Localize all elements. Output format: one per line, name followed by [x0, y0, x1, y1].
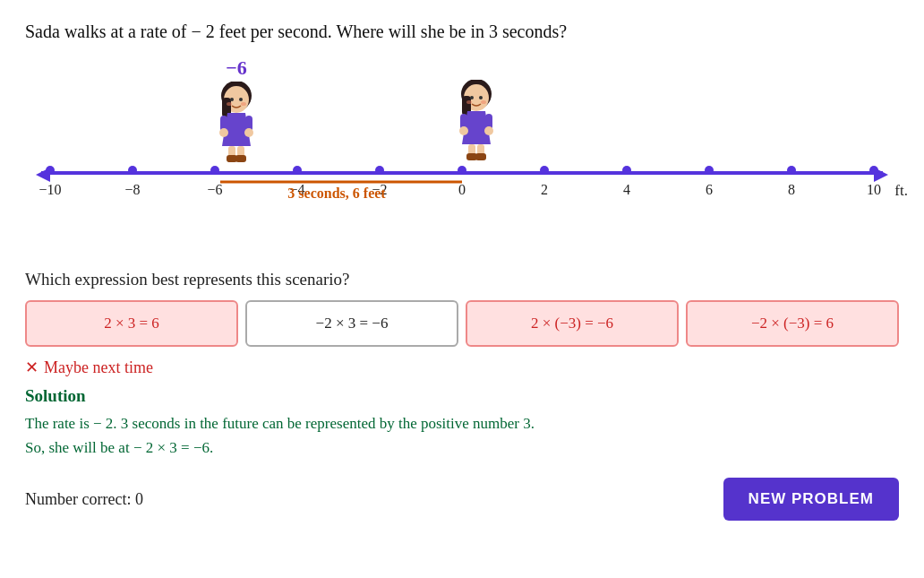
feedback-wrong: ✕ Maybe next time — [25, 358, 899, 377]
svg-point-15 — [241, 102, 246, 106]
svg-point-7 — [244, 128, 253, 137]
svg-point-13 — [239, 98, 243, 101]
svg-point-6 — [219, 128, 228, 137]
char-label-neg6: −6 — [226, 56, 247, 80]
unit-label: ft. — [894, 182, 908, 200]
choice-c[interactable]: 2 × (−3) = −6 — [466, 300, 679, 347]
footer: Number correct: 0 NEW PROBLEM — [25, 478, 899, 521]
question-text: Sada walks at a rate of − 2 feet per sec… — [25, 22, 899, 42]
choice-d[interactable]: −2 × (−3) = 6 — [686, 300, 899, 347]
svg-text:3 seconds, 6 feet: 3 seconds, 6 feet — [287, 185, 386, 201]
choice-b[interactable]: −2 × 3 = −6 — [245, 300, 458, 347]
solution-line2: So, she will be at − 2 × 3 = −6. — [25, 439, 213, 456]
choice-a[interactable]: 2 × 3 = 6 — [25, 300, 238, 347]
solution-text: The rate is − 2. 3 seconds in the future… — [25, 411, 899, 460]
number-correct-label: Number correct: 0 — [25, 490, 143, 509]
svg-point-29 — [479, 96, 483, 99]
svg-point-23 — [484, 126, 493, 135]
solution-section: Solution The rate is − 2. 3 seconds in t… — [25, 386, 899, 460]
svg-point-31 — [481, 100, 486, 104]
choices-row: 2 × 3 = 6 −2 × 3 = −6 2 × (−3) = −6 −2 ×… — [25, 300, 899, 347]
character-at-neg6: −6 — [215, 56, 258, 162]
solution-title: Solution — [25, 386, 899, 406]
wrong-icon: ✕ — [25, 358, 38, 377]
which-expression-label: Which expression best represents this sc… — [25, 270, 899, 289]
svg-point-14 — [227, 102, 232, 106]
svg-point-30 — [466, 100, 472, 104]
number-line: −10 −8 −6 −4 −2 0 2 4 6 8 10 ft. — [32, 155, 892, 227]
choices-section: Which expression best represents this sc… — [25, 270, 899, 347]
orange-arrow-svg: 3 seconds, 6 feet — [32, 148, 892, 193]
svg-point-28 — [470, 96, 474, 99]
wrong-text: Maybe next time — [44, 358, 153, 377]
svg-point-22 — [459, 126, 468, 135]
number-line-area: −6 — [32, 56, 892, 254]
solution-line1: The rate is − 2. 3 seconds in the future… — [25, 415, 535, 432]
svg-point-12 — [230, 98, 234, 101]
character-at-zero — [455, 56, 498, 160]
new-problem-button[interactable]: NEW PROBLEM — [723, 478, 899, 521]
